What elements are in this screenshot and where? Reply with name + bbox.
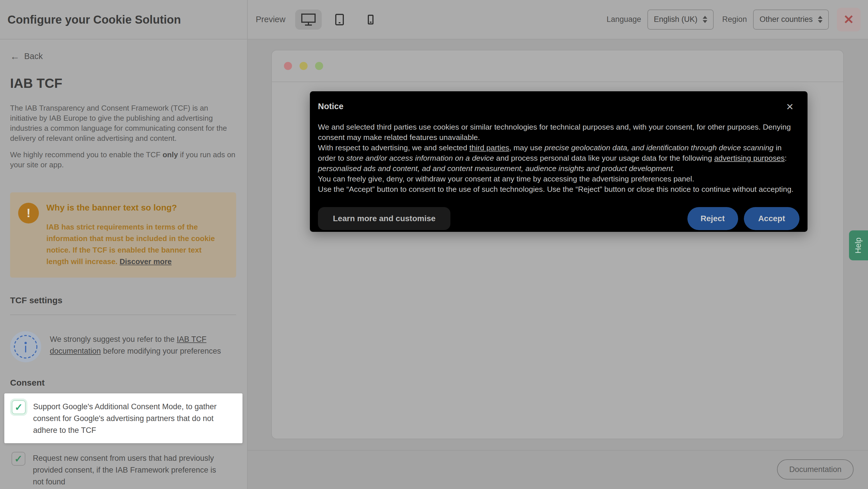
consent-option-label: Request new consent from users that had … [33,452,223,488]
notice-close-icon[interactable]: ✕ [786,102,794,112]
notice-line-1: We and selected third parties use cookie… [318,122,800,143]
preview-label: Preview [256,15,285,24]
language-value: English (UK) [654,15,698,24]
top-bar: Configure your Cookie Solution Preview [0,0,868,39]
region-label: Region [722,15,747,24]
check-icon: ✓ [14,453,23,464]
consent-option-google-acm[interactable]: ✓ Support Google's Additional Consent Mo… [4,393,243,443]
warning-callout: ! Why is the banner text so long? IAB ha… [10,192,236,278]
desktop-icon [301,13,316,26]
help-tab[interactable]: Help [849,231,868,260]
notice-line-4: Use the “Accept” button to consent to th… [318,184,800,194]
accept-button[interactable]: Accept [744,207,800,230]
check-icon: ✓ [15,401,23,413]
preview-controls: Preview [256,0,384,39]
language-label: Language [607,15,641,24]
section-title: IAB TCF [10,75,236,91]
advertising-purposes-link[interactable]: advertising purposes [714,154,785,162]
settings-sidebar: ← Back IAB TCF The IAB Transparency and … [0,39,247,489]
preview-footer: Documentation [248,450,868,489]
region-value: Other countries [760,15,813,24]
window-dot-yellow-icon [300,62,308,70]
checkbox-request-new-consent[interactable]: ✓ [11,452,25,466]
browser-mockup-header [272,51,843,82]
back-label: Back [24,52,42,61]
notice-title: Notice [318,102,344,111]
preview-desktop-button[interactable] [295,9,322,30]
warning-body: IAB has strict requirements in terms of … [46,221,223,267]
intro-paragraph-1: The IAB Transparency and Consent Framewo… [10,103,236,144]
language-select[interactable]: English (UK) [647,9,714,30]
page-title: Configure your Cookie Solution [7,13,181,26]
sort-arrows-icon [703,16,707,23]
window-dot-green-icon [315,62,323,70]
checkbox-google-acm[interactable]: ✓ [12,400,26,414]
topbar-right-controls: Language English (UK) Region Other count… [607,0,861,39]
reject-button[interactable]: Reject [687,207,738,230]
window-dot-red-icon [284,62,292,70]
preview-tablet-button[interactable] [326,9,353,30]
info-note-text: We strongly suggest you refer to the IAB… [50,331,236,357]
preview-mobile-button[interactable] [358,9,384,30]
back-arrow-icon: ← [10,52,20,61]
documentation-button[interactable]: Documentation [777,459,854,480]
consent-option-request-new-consent[interactable]: ✓ Request new consent from users that ha… [10,448,236,488]
tcf-settings-heading: TCF settings [10,296,236,305]
tablet-icon [335,13,344,26]
info-note: We strongly suggest you refer to the IAB… [10,331,236,362]
close-icon: ✕ [843,12,854,27]
consent-heading: Consent [10,378,236,388]
exclamation-icon: ! [18,203,39,223]
help-tab-label: Help [854,237,863,253]
intro-paragraph-2: We highly recommend you to enable the TC… [10,150,236,170]
sort-arrows-icon [818,16,823,23]
notice-body: We and selected third parties use cookie… [318,122,800,194]
region-select[interactable]: Other countries [753,9,829,30]
info-icon [10,331,41,362]
notice-line-3: You can freely give, deny, or withdraw y… [318,174,800,184]
preview-area: Notice ✕ We and selected third parties u… [248,39,868,489]
warning-title: Why is the banner text so long? [46,203,223,213]
learn-more-button[interactable]: Learn more and customise [318,207,451,230]
mobile-icon [368,14,374,25]
notice-line-2: With respect to advertising, we and sele… [318,143,800,174]
back-button[interactable]: ← Back [10,52,236,61]
section-divider [10,314,236,315]
third-parties-link[interactable]: third parties [469,144,509,152]
cookie-notice-banner: Notice ✕ We and selected third parties u… [310,91,808,232]
close-configurator-button[interactable]: ✕ [837,8,861,31]
discover-more-link[interactable]: Discover more [120,257,172,266]
consent-option-label: Support Google's Additional Consent Mode… [33,400,235,436]
